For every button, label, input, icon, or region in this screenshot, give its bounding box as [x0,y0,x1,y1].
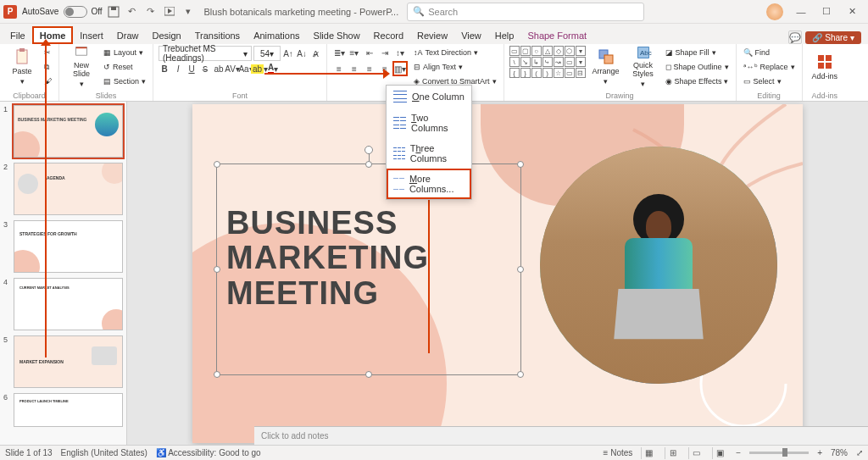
thumbnail-3[interactable]: STRATEGIES FOR GROWTH [14,220,123,273]
slideshow-view-button[interactable]: ▣ [712,447,727,459]
highlight-button[interactable]: ab▾ [253,63,265,75]
font-name-select[interactable]: Trebuchet MS (Headings)▾ [159,46,252,61]
user-avatar[interactable] [766,3,783,20]
close-button[interactable]: ✕ [839,3,865,21]
cut-button[interactable]: ✂ [42,46,53,59]
notes-toggle[interactable]: ≡ Notes [604,448,633,457]
new-slide-button[interactable]: New Slide▾ [64,46,98,88]
minimize-button[interactable]: ― [788,3,814,21]
increase-font-button[interactable]: A↑ [282,47,294,59]
tab-home[interactable]: Home [32,26,74,44]
selection-box[interactable] [216,163,521,375]
italic-button[interactable]: I [172,63,184,75]
notes-pane[interactable]: Click to add notes [254,426,868,445]
two-columns-item[interactable]: Two Columns [387,108,471,138]
tab-insert[interactable]: Insert [73,27,110,44]
save-icon[interactable] [107,5,120,19]
reset-button[interactable]: ↺ Reset [102,60,147,74]
decrease-font-button[interactable]: A↓ [296,47,308,59]
resize-handle[interactable] [517,266,524,273]
from-beginning-icon[interactable] [163,5,176,19]
quick-styles-button[interactable]: Abc Quick Styles▾ [626,46,660,88]
thumbnail-6[interactable]: PRODUCT LAUNCH TIMELINE [14,393,123,427]
zoom-slider[interactable] [749,452,809,454]
more-columns-item[interactable]: More Columns... [387,169,471,199]
indent-right-button[interactable]: ⇥ [378,46,392,59]
thumbnail-4[interactable]: CURRENT MARKET ANALYSIS [14,278,123,330]
text-direction-button[interactable]: ↕A Text Direction ▾ [412,46,498,59]
tab-animations[interactable]: Animations [247,27,306,44]
resize-handle[interactable] [214,371,220,378]
tab-shape-format[interactable]: Shape Format [520,27,593,44]
clear-format-button[interactable]: A̷ [309,47,321,59]
resize-handle[interactable] [214,161,220,168]
font-size-select[interactable]: 54 ▾ [253,46,281,61]
redo-icon[interactable]: ↷ [144,5,158,19]
bullets-button[interactable]: ≣▾ [332,46,346,59]
tab-slideshow[interactable]: Slide Show [307,27,367,44]
tab-file[interactable]: File [3,27,32,44]
resize-handle[interactable] [517,371,524,378]
thumbnail-panel[interactable]: 1 BUSINESS MARKETING MEETING 2 AGENDA 3 … [0,102,127,445]
tab-review[interactable]: Review [410,27,454,44]
numbering-button[interactable]: ≡▾ [348,46,361,59]
replace-button[interactable]: ᵃ↔ᵇ Replace ▾ [742,60,797,74]
shape-outline-button[interactable]: ◻ Shape Outline ▾ [664,60,731,74]
zoom-in-button[interactable]: + [817,448,822,457]
rotate-handle[interactable] [364,146,373,154]
columns-button[interactable]: ▥▾ [393,62,407,75]
shape-effects-button[interactable]: ◉ Shape Effects ▾ [664,75,731,88]
comments-button[interactable]: 💬 [788,30,802,44]
search-input[interactable]: 🔍 Search [407,3,644,21]
align-text-button[interactable]: ⊟ Align Text ▾ [412,60,498,74]
zoom-level[interactable]: 78% [831,448,848,457]
tab-design[interactable]: Design [145,27,187,44]
shape-fill-button[interactable]: ◪ Shape Fill ▾ [664,46,731,59]
line-spacing-button[interactable]: ↕▾ [393,46,407,59]
thumbnail-1[interactable]: BUSINESS MARKETING MEETING [14,105,123,158]
language-status[interactable]: English (United States) [61,448,147,457]
tab-draw[interactable]: Draw [110,27,146,44]
paste-button[interactable]: Paste▾ [5,46,39,88]
qat-more-icon[interactable]: ▾ [181,5,195,19]
shapes-gallery[interactable]: ▭▢○△◇⬡▾ \↘↳⤷↝▭▾ {}()☆▭⊟ [509,46,586,78]
zoom-out-button[interactable]: − [736,448,741,457]
change-case-button[interactable]: Aa▾ [240,63,252,75]
shadow-button[interactable]: ab [213,63,225,75]
thumbnail-5[interactable]: MARKET EXPANSION [14,335,123,388]
reading-view-button[interactable]: ▭ [688,447,704,459]
autosave-toggle[interactable] [64,6,87,18]
bold-button[interactable]: B [159,63,170,75]
share-button[interactable]: 🔗Share▾ [805,31,861,44]
thumbnail-2[interactable]: AGENDA [14,163,123,215]
fit-to-window-button[interactable]: ⤢ [856,448,863,457]
find-button[interactable]: 🔍 Find [742,46,797,59]
indent-left-button[interactable]: ⇤ [363,46,376,59]
addins-button[interactable]: Add-ins [808,46,842,88]
character-spacing-button[interactable]: AV▾ [226,63,238,75]
underline-button[interactable]: U [186,63,198,75]
accessibility-status[interactable]: ♿ Accessibility: Good to go [156,448,261,457]
layout-button[interactable]: ▦ Layout ▾ [102,46,147,59]
undo-icon[interactable]: ↶ [125,5,139,19]
tab-view[interactable]: View [454,27,488,44]
tab-help[interactable]: Help [488,27,521,44]
section-button[interactable]: ▤ Section ▾ [102,75,147,88]
tab-transitions[interactable]: Transitions [188,27,247,44]
sorter-view-button[interactable]: ⊞ [665,447,680,459]
maximize-button[interactable]: ☐ [814,3,839,21]
tab-record[interactable]: Record [367,27,410,44]
resize-handle[interactable] [517,161,524,168]
three-columns-item[interactable]: Three Columns [387,138,471,169]
slide-canvas[interactable]: BUSINESS MARKETING MEETING [192,104,803,443]
select-button[interactable]: ▭ Select ▾ [742,75,797,88]
resize-handle[interactable] [365,161,372,168]
arrange-button[interactable]: Arrange▾ [589,46,623,88]
normal-view-button[interactable]: ▦ [641,447,656,459]
one-column-item[interactable]: One Column [387,86,471,108]
slide-editor[interactable]: BUSINESS MARKETING MEETING Click to add … [127,102,868,445]
strike-button[interactable]: S̶ [199,63,211,75]
format-painter-button[interactable]: 🖌 [42,75,53,88]
resize-handle[interactable] [365,371,372,378]
copy-button[interactable]: ⧉ [42,60,53,74]
